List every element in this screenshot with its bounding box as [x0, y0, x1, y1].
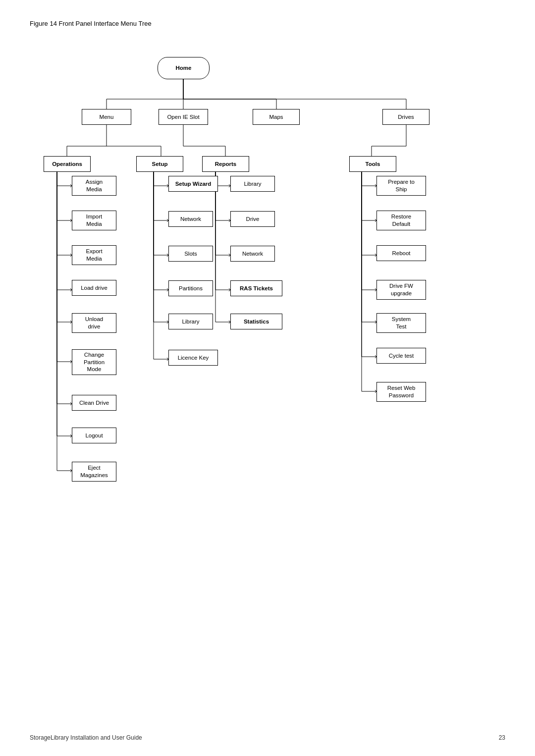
node-slots: Slots [168, 246, 213, 262]
node-import-media: Import Media [72, 211, 116, 230]
node-setup: Setup [136, 156, 183, 172]
node-eject-magazines: Eject Magazines [72, 462, 116, 482]
footer-left: StorageLibrary Installation and User Gui… [30, 734, 142, 741]
node-network-setup: Network [168, 211, 213, 227]
node-load-drive: Load drive [72, 280, 116, 296]
node-cycle-test: Cycle test [376, 348, 426, 364]
node-library-report: Library [230, 176, 275, 192]
node-network-report: Network [230, 246, 275, 262]
node-library-setup: Library [168, 314, 213, 329]
footer-right: 23 [499, 734, 505, 741]
node-restore-default: Restore Default [376, 211, 426, 230]
node-unload-drive: Unload drive [72, 313, 116, 333]
node-reports: Reports [202, 156, 249, 172]
node-drives: Drives [382, 109, 429, 125]
node-partitions: Partitions [168, 280, 213, 296]
node-statistics: Statistics [230, 314, 282, 329]
node-reset-web-password: Reset Web Password [376, 382, 426, 402]
node-home: Home [158, 57, 210, 79]
footer: StorageLibrary Installation and User Gui… [30, 734, 505, 741]
figure-title: Figure 14 Front Panel Interface Menu Tre… [30, 20, 505, 27]
node-change-partition-mode: Change Partition Mode [72, 349, 116, 375]
node-logout: Logout [72, 428, 116, 443]
node-reboot: Reboot [376, 245, 426, 261]
node-drive-fw-upgrade: Drive FW upgrade [376, 280, 426, 300]
node-system-test: System Test [376, 313, 426, 333]
node-menu: Menu [82, 109, 131, 125]
node-prepare-to-ship: Prepare to Ship [376, 176, 426, 196]
node-licence-key: Licence Key [168, 350, 218, 366]
node-ras-tickets: RAS Tickets [230, 280, 282, 296]
node-open-ie-slot: Open IE Slot [159, 109, 208, 125]
node-operations: Operations [44, 156, 91, 172]
node-clean-drive: Clean Drive [72, 395, 116, 411]
node-assign-media: Assign Media [72, 176, 116, 196]
menu-tree: Home Menu Open IE Slot Maps Drives Opera… [30, 42, 505, 562]
node-maps: Maps [253, 109, 300, 125]
node-setup-wizard: Setup Wizard [168, 176, 218, 192]
node-tools: Tools [349, 156, 396, 172]
node-drive-report: Drive [230, 211, 275, 227]
node-export-media: Export Media [72, 245, 116, 265]
